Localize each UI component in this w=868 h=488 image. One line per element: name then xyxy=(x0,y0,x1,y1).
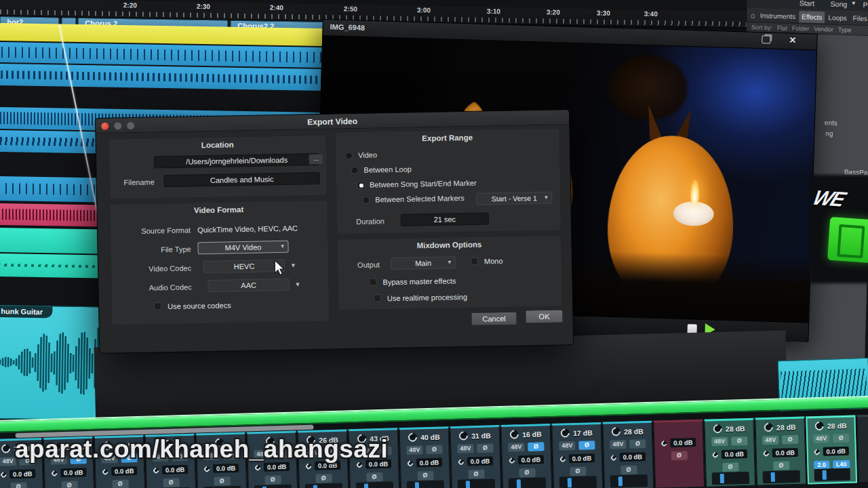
phase-button[interactable]: Ø xyxy=(773,461,789,470)
tab-effects[interactable]: Effects xyxy=(799,11,825,23)
phantom-48v-button[interactable]: 48V xyxy=(0,457,16,466)
radio-option[interactable]: Between Song Start/End Marker xyxy=(357,179,477,189)
trim-knob[interactable] xyxy=(254,464,261,471)
sort-option-flat[interactable]: Flat xyxy=(777,24,787,31)
phantom-48v-button[interactable]: 48V xyxy=(508,443,524,452)
channel-strip[interactable]: 16 dB48VØ0.0 dBØ xyxy=(500,424,552,488)
phantom-48v-button[interactable]: 48V xyxy=(559,441,575,451)
phase-button[interactable]: Ø xyxy=(528,442,544,451)
radio-option[interactable]: Video xyxy=(345,150,377,159)
fader-handle[interactable] xyxy=(415,482,419,488)
trim-knob[interactable] xyxy=(711,451,719,458)
phantom-48v-button[interactable]: 48V xyxy=(610,440,626,449)
tab-loops[interactable]: Loops xyxy=(825,12,850,24)
use-source-codecs-checkbox[interactable] xyxy=(154,302,161,310)
channel-strip[interactable]: 17 dB48VØ0.0 dBØ xyxy=(551,422,603,488)
trim-knob[interactable] xyxy=(762,449,770,457)
cancel-button[interactable]: Cancel xyxy=(471,312,517,326)
channel-strip[interactable]: 0.0 dBØ xyxy=(653,420,705,488)
channel-strip[interactable]: -0.780dB xyxy=(856,413,868,483)
mono-checkbox[interactable] xyxy=(471,258,478,265)
channel-strip[interactable]: 28 dB48VØ0.0 dBØ xyxy=(602,421,654,488)
close-icon[interactable]: ✕ xyxy=(789,35,796,45)
fader-handle[interactable] xyxy=(771,472,775,482)
phase-button[interactable]: Ø xyxy=(468,470,484,479)
trim-knob[interactable] xyxy=(813,448,821,455)
phantom-48v-button[interactable]: 48V xyxy=(457,444,473,453)
phantom-48v-button[interactable]: 48V xyxy=(813,434,829,444)
trim-knob[interactable] xyxy=(457,458,465,466)
phase-button[interactable]: Ø xyxy=(417,471,433,481)
phase-button[interactable]: Ø xyxy=(10,483,26,488)
phase-button[interactable]: Ø xyxy=(833,434,849,443)
radio-button[interactable] xyxy=(351,166,358,174)
chevron-down-icon[interactable]: ▼ xyxy=(851,0,856,6)
trim-knob[interactable] xyxy=(0,470,7,478)
trim-knob[interactable] xyxy=(610,453,617,461)
phase-button[interactable]: Ø xyxy=(519,468,535,478)
menu-item-start[interactable]: Start xyxy=(800,0,815,7)
bypass-master-effects-checkbox[interactable] xyxy=(369,278,376,285)
fader-track[interactable] xyxy=(763,470,800,484)
phase-button[interactable]: Ø xyxy=(782,435,798,445)
trim-knob[interactable] xyxy=(101,468,108,475)
channel-strip[interactable]: 28 dB48VØ0.0 dBØ xyxy=(755,417,806,486)
fader-track[interactable] xyxy=(458,479,495,488)
gain-knob[interactable] xyxy=(711,422,724,434)
phase-button[interactable]: Ø xyxy=(61,481,77,488)
detach-window-icon[interactable] xyxy=(762,35,770,43)
fader-handle[interactable] xyxy=(823,470,827,480)
phase-button[interactable]: Ø xyxy=(264,475,281,485)
tab-files[interactable]: Files xyxy=(850,12,868,24)
trim-knob[interactable] xyxy=(406,460,414,467)
fader-track[interactable] xyxy=(305,483,342,488)
browser-item[interactable]: ents xyxy=(825,119,837,127)
channel-strip[interactable]: 28 dB48VØ0.0 dB2.0L40 xyxy=(806,415,857,484)
chevron-down-icon[interactable]: ▼ xyxy=(294,281,300,287)
sort-option-folder[interactable]: Folder xyxy=(792,25,810,33)
phase-button[interactable]: Ø xyxy=(366,472,382,482)
phase-button[interactable]: Ø xyxy=(112,479,128,488)
trim-knob[interactable] xyxy=(50,469,58,476)
filename-field[interactable]: Candles and Music xyxy=(164,172,320,187)
phase-button[interactable]: Ø xyxy=(163,478,179,487)
fader-handle[interactable] xyxy=(364,484,368,488)
fader-handle[interactable] xyxy=(618,476,623,486)
fader-track[interactable] xyxy=(407,480,444,488)
home-icon[interactable]: ⌂ xyxy=(749,11,757,19)
use-realtime-processing-checkbox[interactable] xyxy=(374,294,381,302)
phase-button[interactable]: Ø xyxy=(315,474,332,483)
file-type-dropdown[interactable]: M4V Video ▼ xyxy=(197,241,288,254)
gain-knob[interactable] xyxy=(406,431,418,443)
phase-button[interactable]: Ø xyxy=(477,443,493,453)
output-dropdown[interactable]: Main ▼ xyxy=(391,256,456,270)
fader-track[interactable] xyxy=(559,476,597,488)
fader-track[interactable] xyxy=(356,482,393,488)
trim-knob[interactable] xyxy=(559,455,566,462)
pan-box[interactable]: L40 xyxy=(833,460,850,468)
radio-button[interactable] xyxy=(357,181,364,188)
phase-button[interactable]: Ø xyxy=(620,465,637,474)
gain-knob[interactable] xyxy=(762,421,774,433)
fader-handle[interactable] xyxy=(568,478,572,487)
audio-codec-dropdown[interactable]: AAC xyxy=(208,279,289,292)
channel-strip[interactable]: 40 dB48VØ0.0 dBØ xyxy=(399,426,451,488)
radio-option[interactable]: Between Loop xyxy=(351,165,412,174)
radio-button[interactable] xyxy=(362,196,370,203)
sort-option-type[interactable]: Type xyxy=(838,26,852,34)
gain-knob[interactable] xyxy=(610,426,622,438)
menu-item-song[interactable]: Song xyxy=(831,0,848,8)
fader-handle[interactable] xyxy=(720,474,724,483)
gain-knob[interactable] xyxy=(457,430,469,442)
browser-item[interactable]: ng xyxy=(825,129,833,137)
trim-knob[interactable] xyxy=(152,466,159,474)
fader-track[interactable] xyxy=(610,474,648,488)
phase-button[interactable]: Ø xyxy=(731,436,747,446)
phase-button[interactable]: Ø xyxy=(722,462,738,472)
phase-button[interactable]: Ø xyxy=(426,445,442,454)
radio-option[interactable]: Between Selected Markers xyxy=(362,194,465,204)
export-path-field[interactable]: /Users/jorngehrlein/Downloads xyxy=(154,153,319,168)
phase-button[interactable]: Ø xyxy=(214,476,230,486)
browse-button[interactable]: ... xyxy=(309,154,323,165)
menu-item-pr[interactable]: Pr xyxy=(863,1,868,9)
